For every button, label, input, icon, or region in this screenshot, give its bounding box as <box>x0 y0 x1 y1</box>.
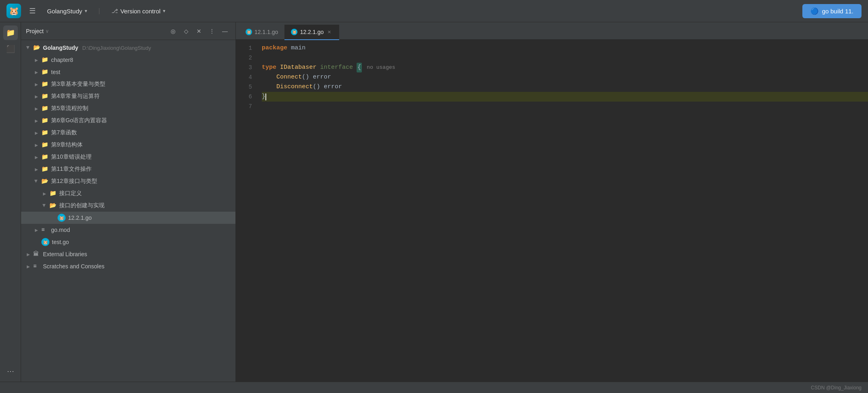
project-name: GolangStudy <box>47 8 82 15</box>
line-num-6: 6 <box>236 92 252 102</box>
code-content: package main type IDatabaser interface <box>259 43 868 111</box>
main-content: 📁 ⬛ ⋯ Project ∨ ◎ ◇ ✕ ⋮ — ▶ 📂 <box>0 22 868 382</box>
hamburger-menu[interactable]: ☰ <box>28 5 37 17</box>
tree-item-iface-impl[interactable]: ▶ 📂 接口的创建与实现 <box>21 200 235 212</box>
chapter8-arrow: ▶ <box>32 56 41 64</box>
code-line-7 <box>262 102 868 111</box>
file-12-2-1-label: 12.2.1.go <box>68 215 92 221</box>
tree-item-ch3[interactable]: ▶ 📁 第3章基本变量与类型 <box>21 78 235 90</box>
tree-item-testgo[interactable]: ▶ 🐹 test.go <box>21 236 235 248</box>
build-button[interactable]: 🔵 go build 11. <box>802 4 862 18</box>
ch12-arrow: ▶ <box>32 177 41 185</box>
vc-chevron: ▾ <box>163 8 165 14</box>
ch3-folder-icon: 📁 <box>41 81 49 88</box>
tree-item-ch5[interactable]: ▶ 📁 第5章流程控制 <box>21 102 235 115</box>
text-cursor <box>265 93 266 100</box>
ch12-folder-icon: 📂 <box>41 178 49 185</box>
ch6-label: 第6章Go语言内置容器 <box>51 117 107 124</box>
no-usages-hint: no usages <box>367 64 395 72</box>
go-gopher-icon-testgo: 🐹 <box>41 238 49 246</box>
tree-item-chapter8[interactable]: ▶ 📁 chapter8 <box>21 54 235 66</box>
ch5-folder-icon: 📁 <box>41 105 49 112</box>
code-line-4: Connect () error <box>262 72 868 82</box>
tree-item-ch9[interactable]: ▶ 📁 第9章结构体 <box>21 139 235 151</box>
status-bar: CSDN @Ding_Jiaxiong <box>0 382 868 393</box>
build-label: go build 11. <box>822 8 853 15</box>
ch5-label: 第5章流程控制 <box>51 105 88 112</box>
ch3-label: 第3章基本变量与类型 <box>51 81 105 88</box>
toolbar-more-icon[interactable]: ⋯ <box>3 364 18 378</box>
plain-main: main <box>291 43 306 53</box>
ch7-arrow: ▶ <box>32 129 41 137</box>
iface-impl-folder-icon: 📂 <box>49 202 57 209</box>
code-line-6: } <box>262 92 868 102</box>
tree-item-ch10[interactable]: ▶ 📁 第10章错误处理 <box>21 151 235 163</box>
separator: | <box>98 7 100 15</box>
root-arrow: ▶ <box>24 44 32 52</box>
gomod-label: go.mod <box>51 227 70 233</box>
ch3-arrow: ▶ <box>32 80 41 88</box>
tree-item-ext-libs[interactable]: ▶ 🏛 External Libraries <box>21 248 235 260</box>
ch4-folder-icon: 📁 <box>41 93 49 100</box>
tab-close-btn[interactable]: ✕ <box>326 29 333 35</box>
gomod-icon: ≡ <box>41 226 49 234</box>
panel-close-btn[interactable]: ✕ <box>193 25 205 37</box>
method-connect: Connect <box>276 72 302 82</box>
project-selector[interactable]: GolangStudy ▾ <box>44 6 90 16</box>
tab-12-2-1[interactable]: 🐹 12.2.1.go ✕ <box>284 25 339 40</box>
version-control-selector[interactable]: ⎇ Version control ▾ <box>108 6 169 16</box>
tree-item-test[interactable]: ▶ 📁 test <box>21 66 235 78</box>
tree-item-ch6[interactable]: ▶ 📁 第6章Go语言内置容器 <box>21 115 235 127</box>
ch7-label: 第7章函数 <box>51 129 77 136</box>
ch10-arrow: ▶ <box>32 153 41 161</box>
tree-item-ch7[interactable]: ▶ 📁 第7章函数 <box>21 127 235 139</box>
project-panel: Project ∨ ◎ ◇ ✕ ⋮ — ▶ 📂 GolangStudy D:\D… <box>21 22 236 382</box>
tree-item-gomod[interactable]: ▶ ≡ go.mod <box>21 224 235 236</box>
title-bar: 🐹 ☰ GolangStudy ▾ | ⎇ Version control ▾ … <box>0 0 868 22</box>
method-disconnect: Disconnect <box>276 82 313 92</box>
close-brace: } <box>262 92 265 102</box>
gomod-arrow: ▶ <box>32 226 41 234</box>
ch9-label: 第9章结构体 <box>51 141 83 149</box>
iface-def-label: 接口定义 <box>59 190 82 197</box>
toolbar-plugins-icon[interactable]: ⬛ <box>3 42 18 56</box>
tab-12-1-1[interactable]: 🐹 12.1.1.go <box>239 25 284 40</box>
type-idatabaser: IDatabaser <box>280 63 316 72</box>
tree-item-scratches[interactable]: ▶ ≡ Scratches and Consoles <box>21 260 235 272</box>
panel-sync-btn[interactable]: ◇ <box>180 25 192 37</box>
tree-item-ch11[interactable]: ▶ 📁 第11章文件操作 <box>21 163 235 175</box>
iface-def-arrow: ▶ <box>41 189 49 198</box>
iface-impl-label: 接口的创建与实现 <box>59 202 105 209</box>
chapter8-folder-icon: 📁 <box>41 56 49 64</box>
toolbar-project-icon[interactable]: 📁 <box>3 25 18 40</box>
ch11-arrow: ▶ <box>32 165 41 173</box>
tree-item-ch4[interactable]: ▶ 📁 第4章常量与运算符 <box>21 90 235 102</box>
chapter8-label: chapter8 <box>51 57 73 63</box>
panel-locate-btn[interactable]: ◎ <box>167 25 179 37</box>
panel-more-btn[interactable]: ⋮ <box>206 25 218 37</box>
code-line-5: Disconnect () error <box>262 82 868 92</box>
tree-root[interactable]: ▶ 📂 GolangStudy D:\DingJiaxiong\GolangSt… <box>21 42 235 54</box>
open-brace: { <box>357 63 362 72</box>
ch4-label: 第4章常量与运算符 <box>51 93 100 100</box>
tree-item-12-2-1[interactable]: ▶ 🐹 12.2.1.go <box>21 212 235 224</box>
ch6-folder-icon: 📁 <box>41 117 49 124</box>
ch4-arrow: ▶ <box>32 92 41 100</box>
test-arrow: ▶ <box>32 68 41 76</box>
code-editor[interactable]: 1 2 3 4 5 6 7 package main <box>236 40 868 382</box>
tree-item-iface-def[interactable]: ▶ 📁 接口定义 <box>21 187 235 200</box>
root-folder-icon: 📂 <box>33 44 41 51</box>
panel-actions: ◎ ◇ ✕ ⋮ — <box>167 25 231 37</box>
code-lines: 1 2 3 4 5 6 7 package main <box>236 40 868 115</box>
code-line-2 <box>262 53 868 63</box>
ch11-folder-icon: 📁 <box>41 166 49 173</box>
panel-minimize-btn[interactable]: — <box>219 25 231 37</box>
gopher-icon-tab2: 🐹 <box>291 29 297 35</box>
tree-item-ch12[interactable]: ▶ 📂 第12章接口与类型 <box>21 175 235 187</box>
ext-libs-label: External Libraries <box>43 251 87 257</box>
file-tree: ▶ 📂 GolangStudy D:\DingJiaxiong\GolangSt… <box>21 40 235 382</box>
ext-libs-arrow: ▶ <box>24 250 32 258</box>
line-numbers: 1 2 3 4 5 6 7 <box>236 43 259 111</box>
ch5-arrow: ▶ <box>32 104 41 113</box>
line-num-4: 4 <box>236 72 252 82</box>
